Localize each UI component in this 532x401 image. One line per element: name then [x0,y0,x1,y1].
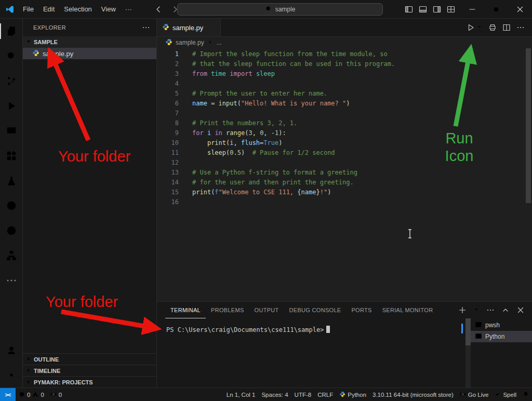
split-editor-icon[interactable] [502,23,511,32]
section-label: TIMELINE [34,368,60,374]
ports-status[interactable]: 0 [47,388,65,401]
live-share-icon[interactable] [0,193,23,218]
tab-problems[interactable]: PROBLEMS [206,302,249,318]
tab-debug-console[interactable]: DEBUG CONSOLE [284,302,347,318]
menu-selection[interactable]: Selection [59,0,96,19]
code-line[interactable]: 2# that the sleep function can be used i… [157,59,532,69]
code-line[interactable]: 7 [157,109,532,118]
code-line[interactable]: 4 [157,79,532,89]
run-python-file-button[interactable] [467,23,475,32]
section-timeline[interactable]: TIMELINE [23,365,156,376]
history-icon[interactable] [0,218,23,243]
terminal-output[interactable]: PS C:\Users\craig\Documents\cse111\sampl… [157,318,466,387]
terminal-view[interactable]: PS C:\Users\craig\Documents\cse111\sampl… [157,318,532,387]
bell-icon [523,391,529,398]
menu-more[interactable]: ··· [121,0,137,19]
tab-output[interactable]: OUTPUT [249,302,284,318]
close-panel-icon[interactable] [516,306,525,314]
remote-indicator[interactable]: >< [0,388,16,401]
run-debug-icon[interactable] [0,93,23,118]
source-control-icon[interactable] [0,69,23,93]
pymakr-icon[interactable] [0,243,23,268]
terminal-list: pwsh Python [471,318,532,387]
run-dropdown-chevron-icon[interactable] [476,24,483,32]
code-line[interactable]: 14# for the user and then print the gree… [157,178,532,188]
code-line[interactable]: 12 [157,158,532,168]
maximize-panel-icon[interactable] [501,306,510,314]
account-icon[interactable] [0,338,23,363]
problems-status[interactable]: 0 0 [16,388,47,401]
more-actions-icon[interactable] [516,23,525,32]
explorer-actions-icon[interactable] [142,23,150,32]
menu-file[interactable]: File [18,0,38,19]
python-interpreter[interactable]: 3.10.11 64-bit (microsoft store) [369,388,457,401]
notifications-bell[interactable] [520,388,532,401]
code-text: from time import sleep [179,69,275,79]
print-icon[interactable] [488,23,497,32]
indentation[interactable]: Spaces: 4 [258,388,291,401]
command-center-search[interactable]: sample [177,3,383,16]
terminal-dropdown-chevron-icon[interactable] [473,306,480,314]
toggle-secondary-sidebar-icon[interactable] [433,5,441,14]
code-line[interactable]: 3from time import sleep [157,69,532,79]
new-terminal-icon[interactable] [458,306,467,314]
editor-scrollbar[interactable] [526,48,531,203]
line-number: 5 [157,89,179,99]
code-area[interactable]: 1# Import the sleep function from the ti… [157,48,532,301]
file-sample-py[interactable]: sample.py [23,48,156,59]
more-views-icon[interactable] [0,268,23,293]
code-line[interactable]: 8# Print the numbers 3, 2, 1. [157,118,532,128]
menu-view[interactable]: View [97,0,121,19]
close-tab-icon[interactable] [209,24,215,32]
section-outline[interactable]: OUTLINE [23,353,156,365]
customize-layout-icon[interactable] [447,5,455,14]
maximize-button[interactable] [484,0,508,19]
tab-ports[interactable]: PORTS [346,302,377,318]
back-icon[interactable] [154,5,163,14]
code-line[interactable]: 1# Import the sleep function from the ti… [157,49,532,59]
toggle-sidebar-icon[interactable] [405,5,413,14]
tab-terminal[interactable]: TERMINAL [165,302,206,318]
tab-sample-py[interactable]: sample.py [157,19,221,36]
code-line[interactable]: 6name = input("Hello! What is your name?… [157,99,532,109]
terminal-item-pwsh[interactable]: pwsh [471,319,532,331]
spell-checker[interactable]: Spell [491,388,520,401]
close-window-button[interactable] [508,0,532,19]
settings-gear-icon[interactable] [0,363,23,387]
menu-edit[interactable]: Edit [38,0,59,19]
line-number: 2 [157,59,179,69]
breadcrumb-more[interactable]: ... [217,39,222,46]
terminal-scrollbar[interactable] [466,318,471,387]
remote-explorer-icon[interactable] [0,118,23,143]
code-text: # Import the sleep function from the tim… [179,49,388,59]
terminal-item-python[interactable]: Python [471,331,532,342]
code-line[interactable]: 9for i in range(3, 0, -1): [157,128,532,138]
code-line[interactable]: 13# Use a Python f-string to format a gr… [157,168,532,178]
language-mode[interactable]: Python [336,388,369,401]
tab-serial-monitor[interactable]: SERIAL MONITOR [377,302,438,318]
cursor-position[interactable]: Ln 1, Col 1 [223,388,259,401]
code-line[interactable]: 10 print(i, flush=True) [157,138,532,148]
testing-icon[interactable] [0,168,23,193]
section-pymakr-projects[interactable]: PYMAKR: PROJECTS [23,376,156,387]
toggle-panel-icon[interactable] [419,5,427,14]
encoding[interactable]: UTF-8 [291,388,315,401]
code-line[interactable]: 16 [157,197,532,207]
code-text: print(f"Welcome to CSE 111, {name}!") [179,188,331,197]
folder-sample[interactable]: SAMPLE [23,36,156,48]
vscode-logo-icon [6,5,14,14]
breadcrumb[interactable]: sample.py ... [157,37,532,48]
minimize-button[interactable] [460,0,484,19]
panel-more-actions-icon[interactable] [486,306,495,314]
code-line[interactable]: 11 sleep(0.5) # Pause for 1/2 second [157,148,532,158]
extensions-icon[interactable] [0,143,23,168]
folder-name: SAMPLE [34,39,58,45]
code-line[interactable]: 5# Prompt the user to enter her name. [157,89,532,99]
code-line[interactable]: 15print(f"Welcome to CSE 111, {name}!") [157,188,532,197]
breadcrumb-file[interactable]: sample.py [176,39,204,46]
eol[interactable]: CRLF [314,388,336,401]
language-label: Python [348,392,366,398]
explorer-icon[interactable] [0,19,23,44]
go-live[interactable]: Go Live [457,388,492,401]
search-sidebar-icon[interactable] [0,44,23,69]
